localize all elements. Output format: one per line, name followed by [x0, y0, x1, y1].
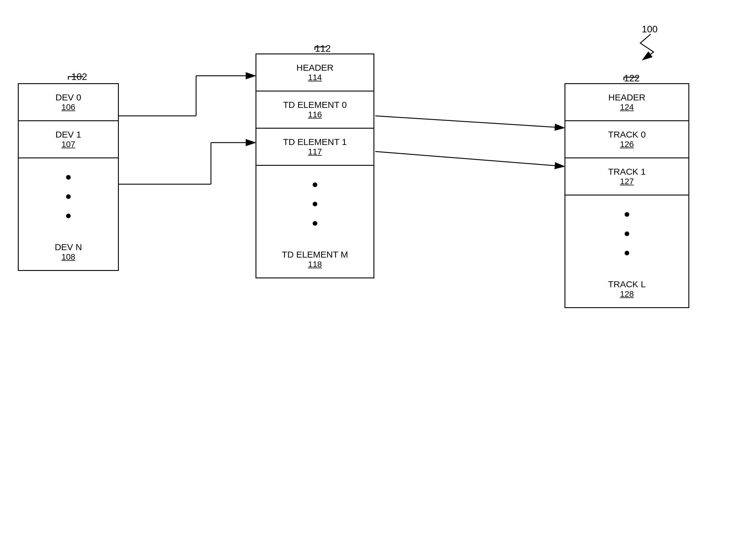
dev-1-label: DEV 1 — [25, 130, 112, 139]
td-header-cell: HEADER 114 — [256, 55, 373, 91]
td-el1-label: TD ELEMENT 1 — [262, 137, 367, 147]
track-1-ref: 127 — [571, 177, 682, 186]
ref-112: 112 — [315, 43, 331, 54]
td-el0-cell: TD ELEMENT 0 116 — [256, 91, 373, 129]
ref-122: 122 — [624, 73, 640, 84]
track-0-label: TRACK 0 — [571, 130, 682, 139]
track-header-cell: HEADER 124 — [565, 84, 688, 121]
td-box: HEADER 114 TD ELEMENT 0 116 TD ELEMENT 1… — [256, 53, 374, 278]
track-l-cell: TRACK L 128 — [565, 271, 688, 307]
ref-102: 102 — [71, 71, 87, 82]
dev-1-ref: 107 — [25, 139, 112, 149]
td-elm-ref: 118 — [262, 260, 367, 269]
diagram: 100 102 DEV 0 106 DEV 1 107 ●●● DEV N 10… — [0, 0, 749, 560]
td-header-label: HEADER — [262, 63, 367, 73]
track-header-ref: 124 — [571, 103, 682, 112]
track-dots: ●●● — [565, 195, 688, 271]
ref-100: 100 — [642, 24, 658, 35]
td-header-ref: 114 — [262, 73, 367, 82]
dev-box: DEV 0 106 DEV 1 107 ●●● DEV N 108 — [18, 83, 119, 271]
td-elm-cell: TD ELEMENT M 118 — [256, 241, 373, 278]
ref-100-arrow — [640, 34, 654, 59]
track-1-cell: TRACK 1 127 — [565, 158, 688, 195]
track-0-ref: 126 — [571, 139, 682, 149]
dev-0-label: DEV 0 — [25, 92, 112, 103]
td-el1-cell: TD ELEMENT 1 117 — [256, 129, 373, 166]
track-1-label: TRACK 1 — [571, 167, 682, 177]
td-el0-arrow — [375, 116, 563, 128]
track-header-label: HEADER — [571, 92, 682, 103]
dev-0-ref: 106 — [25, 103, 112, 112]
dev-1-cell: DEV 1 107 — [19, 121, 118, 158]
track-l-label: TRACK L — [571, 279, 682, 289]
td-el0-label: TD ELEMENT 0 — [262, 100, 367, 110]
dev-n-label: DEV N — [25, 242, 112, 252]
track-0-cell: TRACK 0 126 — [565, 121, 688, 158]
td-el0-ref: 116 — [262, 110, 367, 120]
dev-dots: ●●● — [19, 158, 118, 234]
td-el1-ref: 117 — [262, 147, 367, 156]
track-l-ref: 128 — [571, 289, 682, 299]
dev-0-cell: DEV 0 106 — [19, 84, 118, 121]
track-box: HEADER 124 TRACK 0 126 TRACK 1 127 ●●● T… — [564, 83, 689, 308]
td-el1-arrow — [375, 152, 563, 166]
td-elm-label: TD ELEMENT M — [262, 250, 367, 260]
td-dots: ●●● — [256, 166, 373, 241]
dev-n-cell: DEV N 108 — [19, 234, 118, 270]
dev-n-ref: 108 — [25, 252, 112, 262]
